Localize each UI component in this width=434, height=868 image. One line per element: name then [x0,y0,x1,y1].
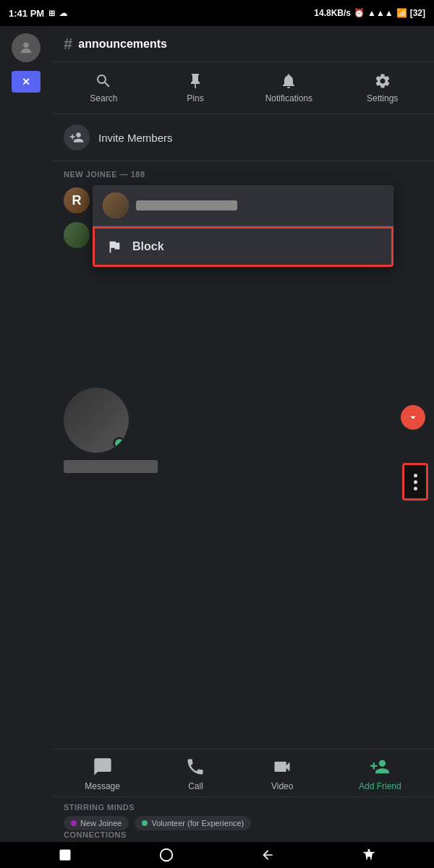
battery: [32] [410,8,425,18]
members-section-header: NEW JOINEE — 188 [52,161,434,183]
bottom-actions: Message Call Video Add Friend [52,749,434,796]
message-action[interactable]: Message [85,757,120,791]
status-right: 14.8KB/s ⏰ ▲▲▲ 📶 [32] [314,8,425,18]
cloud-icon: ☁ [59,9,67,18]
profile-avatar [64,388,129,453]
add-friend-action[interactable]: Add Friend [359,757,401,791]
wifi-icon: 📶 [396,8,407,18]
signal-icons: ▲▲▲ [367,8,393,18]
nav-back-button[interactable] [258,846,277,864]
call-label: Call [188,781,203,791]
sidebar: ✕ [0,26,52,868]
search-button[interactable]: Search [82,72,125,103]
status-bar: 1:41 PM ⊞ ☁ 14.8KB/s ⏰ ▲▲▲ 📶 [32] [0,0,434,26]
video-action[interactable]: Video [271,757,293,791]
context-avatar [103,192,129,218]
pill-new-joinee-label: New Joinee [80,819,122,827]
scroll-down-button[interactable] [401,405,425,430]
invite-members-row[interactable]: Invite Members [52,114,434,161]
search-label: Search [90,93,117,103]
alarm-icon: ⏰ [354,8,365,18]
pill-dot-purple [71,820,77,826]
time: 1:41 PM [9,8,44,19]
icon-toolbar: Search Pins Notifications Settings [52,62,434,114]
call-action[interactable]: Call [185,757,205,791]
notifications-label: Notifications [265,93,312,103]
stirring-minds-title: STIRRING MINDS [64,803,422,812]
dot-3 [414,487,417,490]
block-flag-icon [106,239,122,255]
sim-icon: ⊞ [48,9,55,18]
svg-point-0 [23,43,28,48]
online-indicator [113,437,126,450]
dot-2 [414,480,417,484]
pill-volunteer-label: Volunteer (for Experience) [151,819,244,827]
context-username-bar [136,200,237,210]
profile-username-bar [64,460,158,473]
pill-volunteer[interactable]: Volunteer (for Experience) [135,816,251,830]
nav-circle-button[interactable] [157,846,176,864]
bottom-nav [0,842,434,868]
connections-label: CONNECTIONS [52,827,138,842]
channel-header: # announcements [52,26,434,62]
message-label: Message [85,781,120,791]
pins-label: Pins [187,93,203,103]
settings-button[interactable]: Settings [361,72,404,103]
svg-rect-1 [60,850,71,861]
channel-hash-icon: # [64,35,72,54]
pins-button[interactable]: Pins [174,72,217,103]
add-friend-label: Add Friend [359,781,401,791]
block-label: Block [132,240,164,253]
three-dot-button[interactable] [402,463,428,501]
context-user-row [93,185,393,226]
profile-section [52,376,434,485]
notifications-button[interactable]: Notifications [265,72,312,103]
member-avatar-1: R [64,187,90,213]
invite-icon [64,124,90,150]
context-menu: Block [93,185,393,267]
invite-label: Invite Members [98,132,173,144]
sidebar-avatar [12,33,41,62]
video-label: Video [271,781,293,791]
pill-dot-green [142,820,148,826]
speed: 14.8KB/s [314,8,351,18]
nav-square-button[interactable] [56,846,75,864]
dot-1 [414,474,417,477]
nav-accessibility-button[interactable] [359,846,378,864]
block-row[interactable]: Block [93,226,393,267]
channel-name: announcements [78,38,167,51]
settings-label: Settings [367,93,398,103]
svg-point-2 [161,849,173,861]
status-left: 1:41 PM ⊞ ☁ [9,8,67,19]
member-avatar-2 [64,222,90,248]
sidebar-close[interactable]: ✕ [12,71,41,93]
